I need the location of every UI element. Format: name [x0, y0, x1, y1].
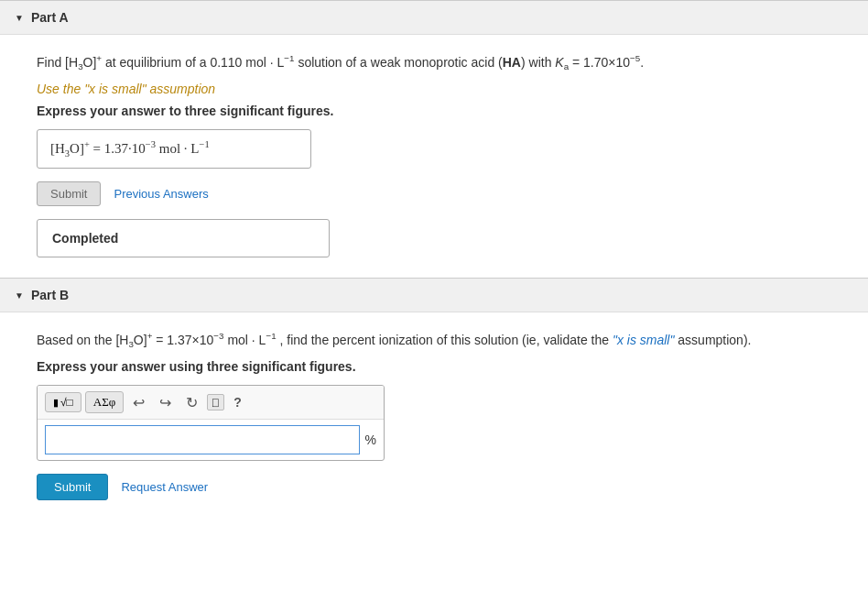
part-b-instruction: Express your answer using three signific…	[37, 359, 831, 374]
part-a-completed-box: Completed	[37, 219, 330, 257]
part-b-content: Based on the [H3O]+ = 1.37×10−3 mol · L−…	[0, 312, 868, 531]
percent-label: %	[365, 432, 376, 447]
part-a-completed-label: Completed	[52, 231, 118, 246]
part-b-section: ▼ Part B Based on the [H3O]+ = 1.37×10−3…	[0, 278, 868, 531]
part-a-assumption: Use the "x is small" assumption	[37, 82, 831, 96]
toolbar-math-button[interactable]: ▮ √□	[45, 392, 81, 412]
part-a-answer-box: [H3O]+ = 1.37·10−3 mol · L−1	[37, 129, 311, 169]
part-b-answer-input[interactable]	[45, 425, 360, 454]
part-b-header: ▼ Part B	[0, 279, 868, 312]
part-b-input-row: %	[38, 420, 384, 460]
part-a-header: ▼ Part A	[0, 1, 868, 35]
x-is-small-link[interactable]: "x is small"	[613, 333, 675, 347]
part-b-btn-row: Submit Request Answer	[37, 474, 831, 500]
part-a-submit-button[interactable]: Submit	[37, 181, 101, 206]
part-a-instruction: Express your answer to three significant…	[37, 104, 831, 118]
part-b-toolbar-row: ▮ √□ ΑΣφ ↩ ↪ ↻ ⎕ ?	[38, 386, 384, 420]
sqrt-icon: √□	[60, 396, 73, 409]
toolbar-keyboard-button[interactable]: ⎕	[207, 394, 224, 410]
part-a-content: Find [H3O]+ at equilibrium of a 0.110 mo…	[0, 35, 868, 276]
fraction-icon: ▮	[53, 397, 59, 409]
toolbar-help-button[interactable]: ?	[228, 393, 247, 411]
part-a-title: Part A	[31, 10, 69, 25]
part-b-title: Part B	[31, 288, 69, 302]
part-a-section: ▼ Part A Find [H3O]+ at equilibrium of a…	[0, 0, 868, 276]
part-a-answer-formula: [H3O]+ = 1.37·10−3 mol · L−1	[50, 141, 210, 156]
toolbar-undo-button[interactable]: ↩	[127, 392, 150, 413]
part-b-submit-button[interactable]: Submit	[37, 474, 108, 500]
part-a-question: Find [H3O]+ at equilibrium of a 0.110 mo…	[37, 51, 831, 74]
part-a-chevron-icon[interactable]: ▼	[15, 13, 24, 23]
part-b-chevron-icon[interactable]: ▼	[15, 290, 24, 301]
toolbar-text-button[interactable]: ΑΣφ	[85, 391, 124, 413]
part-b-request-answer-link[interactable]: Request Answer	[121, 480, 208, 494]
part-a-btn-row: Submit Previous Answers	[37, 181, 831, 206]
toolbar-refresh-button[interactable]: ↻	[180, 392, 203, 413]
part-a-previous-answers-link[interactable]: Previous Answers	[114, 187, 208, 201]
part-b-question: Based on the [H3O]+ = 1.37×10−3 mol · L−…	[37, 329, 831, 352]
part-b-input-toolbar: ▮ √□ ΑΣφ ↩ ↪ ↻ ⎕ ? %	[37, 385, 385, 461]
toolbar-redo-button[interactable]: ↪	[154, 392, 177, 413]
